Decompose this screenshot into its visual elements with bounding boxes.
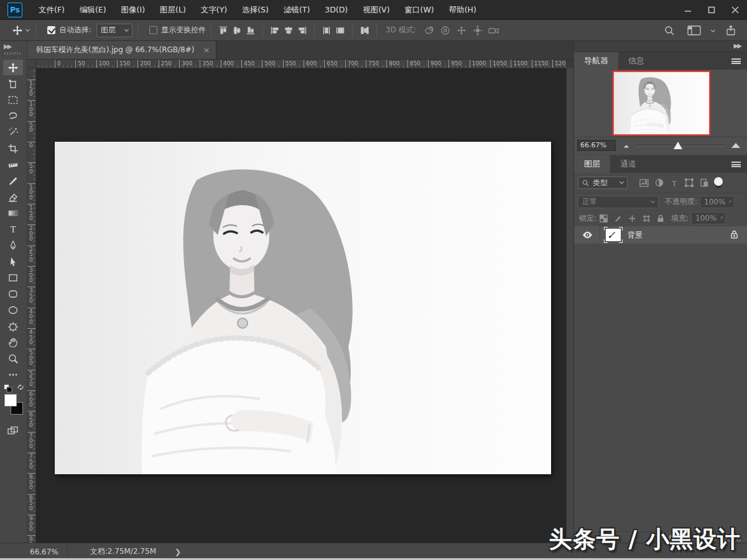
layer-row-background[interactable]: 背景 [574, 226, 747, 244]
minimize-button[interactable] [676, 0, 700, 20]
workspace-switcher-icon[interactable] [685, 25, 703, 36]
crop-tool[interactable] [3, 140, 23, 156]
zoom-tool[interactable] [3, 351, 23, 366]
document-scroll-gutter[interactable] [566, 68, 573, 543]
status-zoom-level[interactable]: 66.67% [0, 543, 68, 560]
3d-rotate-icon[interactable] [421, 25, 437, 36]
ellipse-tool[interactable] [3, 302, 23, 318]
search-icon[interactable] [662, 25, 677, 36]
photo-image[interactable] [55, 142, 551, 474]
navigator-zoom-slider[interactable] [637, 139, 725, 152]
panel-menu-icon[interactable] [731, 58, 741, 64]
3d-camera-icon[interactable] [486, 25, 503, 36]
lock-transparency-icon[interactable] [596, 214, 611, 223]
filter-type-dropdown[interactable]: 类型 [578, 177, 628, 189]
auto-select-checkbox[interactable] [47, 26, 55, 34]
tab-layers[interactable]: 图层 [574, 155, 610, 173]
3d-roll-icon[interactable] [437, 25, 453, 36]
maximize-button[interactable] [700, 0, 723, 20]
filter-adjustment-layers-icon[interactable] [652, 178, 667, 187]
layer-filter-toggle[interactable] [715, 178, 721, 188]
brush-tool[interactable] [3, 173, 23, 188]
auto-select-dropdown[interactable]: 图层 [96, 24, 132, 37]
align-bottom-edges-icon[interactable] [244, 25, 258, 35]
hand-tool[interactable] [3, 334, 23, 350]
dock-collapse-icon[interactable]: ▶▶ [734, 42, 741, 49]
distribute-vertical-centers-icon[interactable] [333, 25, 347, 35]
zoom-in-icon[interactable] [731, 139, 741, 151]
custom-shape-tool[interactable] [3, 318, 23, 334]
foreground-color-swatch[interactable] [4, 394, 17, 406]
status-chevron-icon[interactable]: ❯ [175, 548, 181, 556]
panel-menu-icon[interactable] [731, 162, 741, 167]
3d-drag-icon[interactable] [453, 25, 470, 36]
fill-dropdown[interactable]: 100% [691, 212, 726, 224]
ruler-origin-corner[interactable] [27, 60, 36, 68]
navigator-zoom-input[interactable] [577, 140, 616, 151]
magic-wand-tool[interactable] [3, 124, 23, 140]
tool-preset-chevron[interactable] [25, 24, 30, 37]
filter-shape-layers-icon[interactable] [682, 178, 697, 187]
close-button[interactable] [723, 0, 747, 20]
tab-channels[interactable]: 通道 [610, 155, 646, 173]
menu-type[interactable]: 文字(Y) [193, 0, 234, 20]
menu-edit[interactable]: 编辑(E) [72, 0, 114, 20]
workspace-chevron-icon[interactable] [711, 28, 715, 32]
edit-toolbar-icon[interactable] [3, 367, 23, 382]
tab-info[interactable]: 信息 [618, 52, 654, 70]
horizontal-ruler[interactable]: 0501001502002503003504004505005506006507… [36, 60, 566, 68]
menu-view[interactable]: 视图(V) [355, 0, 397, 20]
rectangular-marquee-tool[interactable] [3, 92, 23, 108]
menu-filter[interactable]: 滤镜(T) [276, 0, 317, 20]
vertical-ruler[interactable]: 1501005005010015020025030035040045050055… [27, 68, 36, 543]
show-transform-checkbox[interactable] [149, 26, 157, 34]
distribute-spacing-icon[interactable] [358, 25, 371, 35]
tab-close-icon[interactable]: × [203, 45, 210, 55]
rectangle-tool[interactable] [3, 270, 23, 285]
lasso-tool[interactable] [3, 108, 23, 124]
artboard-tool[interactable] [3, 76, 23, 91]
screen-mode-icon[interactable] [3, 423, 23, 438]
align-vertical-centers-icon[interactable] [230, 25, 244, 35]
lock-pixels-icon[interactable] [611, 214, 625, 223]
tab-navigator[interactable]: 导航器 [574, 52, 618, 70]
rounded-rectangle-tool[interactable] [3, 286, 23, 301]
navigator-preview[interactable] [613, 71, 710, 135]
3d-slide-icon[interactable] [470, 25, 486, 36]
menu-select[interactable]: 选择(S) [234, 0, 276, 20]
layer-name[interactable]: 背景 [628, 230, 643, 241]
type-tool[interactable]: T [3, 221, 23, 237]
menu-window[interactable]: 窗口(W) [397, 0, 442, 20]
gradient-tool[interactable] [3, 205, 23, 221]
zoom-out-icon[interactable] [622, 139, 631, 151]
share-icon[interactable] [723, 25, 738, 36]
pen-tool[interactable] [3, 237, 23, 253]
menu-file[interactable]: 文件(F) [31, 0, 72, 20]
blend-mode-dropdown[interactable]: 正常 [578, 196, 659, 208]
menu-3d[interactable]: 3D(D) [317, 0, 355, 20]
swap-colors-icon[interactable] [16, 382, 26, 395]
move-tool[interactable] [3, 60, 23, 75]
canvas-pasteboard[interactable] [36, 68, 566, 543]
path-selection-tool[interactable] [3, 254, 23, 269]
eraser-tool[interactable] [3, 189, 23, 204]
toolbar-grip[interactable] [4, 52, 22, 55]
filter-type-layers-icon[interactable]: T [667, 178, 682, 187]
toolbar-collapse-icon[interactable]: ▶▶ [4, 43, 11, 50]
menu-image[interactable]: 图像(I) [114, 0, 152, 20]
lock-all-icon[interactable] [654, 214, 667, 223]
layer-thumbnail[interactable] [604, 227, 623, 243]
lock-position-icon[interactable] [625, 214, 639, 223]
menu-layer[interactable]: 图层(L) [152, 0, 193, 20]
distribute-top-edges-icon[interactable] [320, 25, 333, 35]
filter-smart-objects-icon[interactable] [697, 178, 712, 187]
align-right-edges-icon[interactable] [295, 25, 309, 35]
align-left-edges-icon[interactable] [268, 25, 282, 35]
ruler-tool[interactable] [3, 157, 23, 172]
menu-help[interactable]: 帮助(H) [442, 0, 484, 20]
lock-artboard-icon[interactable] [639, 214, 654, 223]
layer-visibility-eye-icon[interactable] [579, 231, 596, 239]
align-horizontal-centers-icon[interactable] [282, 25, 295, 35]
document-tab[interactable]: 韩国车模许允美(黑白).jpg @ 66.7%(RGB/8#) × [27, 41, 216, 59]
zoom-slider-thumb[interactable] [674, 142, 682, 149]
